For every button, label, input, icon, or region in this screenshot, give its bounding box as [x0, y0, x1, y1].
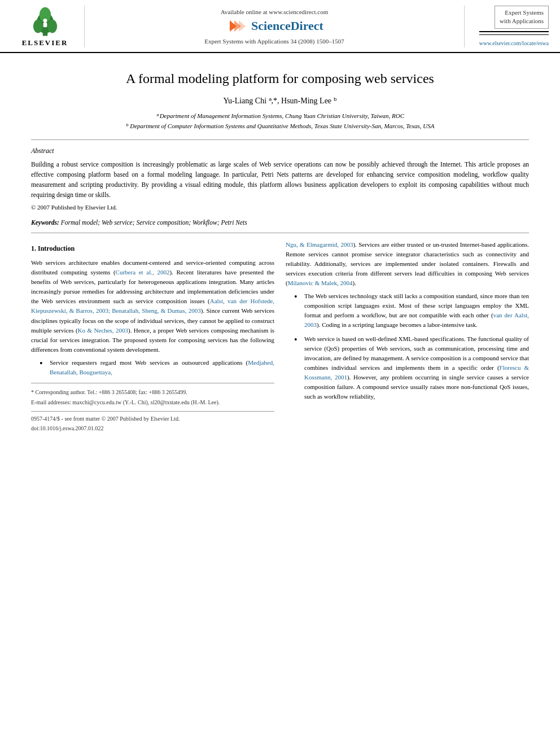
affiliations: ᵃ Department of Management Information S… — [31, 111, 529, 131]
sciencedirect-icon — [225, 18, 248, 34]
doi-line: doi:10.1016/j.eswa.2007.01.022 — [31, 424, 274, 433]
abstract-label: Abstract — [31, 147, 529, 155]
bullet-dot-1: • — [40, 358, 46, 377]
keywords-values: Formal model; Web service; Service compo… — [61, 219, 247, 226]
elsevier-logo-section: ELSEVIER — [11, 6, 85, 47]
left-para-1: Web services architecture enables docume… — [31, 258, 274, 354]
svg-point-3 — [47, 19, 57, 33]
abstract-text: Building a robust service composition is… — [31, 160, 529, 200]
affiliation-a: ᵃ Department of Management Information S… — [31, 111, 529, 121]
ref-curbera: Curbera et al., 2002 — [116, 269, 170, 276]
keywords-line: Keywords: Formal model; Web service; Ser… — [31, 219, 529, 226]
keywords-label: Keywords: — [31, 219, 59, 226]
bullet-item-1: • Service requesters regard most Web ser… — [40, 358, 274, 377]
author-names: Yu-Liang Chi ᵃ,*, Hsun-Ming Lee ᵇ — [223, 97, 336, 105]
left-footer: * Corresponding author. Tel.: +886 3 265… — [31, 383, 274, 407]
copyright-line: © 2007 Published by Elsevier Ltd. — [31, 204, 529, 211]
ref-ko: Ko & Neches, 2003 — [78, 327, 128, 334]
main-content: A formal modeling platform for composing… — [0, 53, 560, 444]
bullet-text-right-1: The Web services technology stack still … — [304, 291, 529, 330]
right-para-1: Ngu, & Elmagarmid, 2003). Services are e… — [286, 240, 529, 288]
bullet-dot-right-2: • — [294, 334, 301, 401]
sciencedirect-text: ScienceDirect — [251, 19, 323, 33]
ref-medjahed: Medjahed, Benatallah, Bouguettaya, — [50, 359, 274, 375]
page: ELSEVIER Available online at www.science… — [0, 0, 560, 747]
elsevier-tree-icon — [28, 6, 62, 37]
expert-systems-label: Expert Systemswith Applications — [500, 9, 544, 24]
elsevier-logo: ELSEVIER — [22, 6, 68, 47]
svg-point-5 — [43, 19, 47, 23]
issn-line: 0957-4174/$ - see front matter © 2007 Pu… — [31, 414, 274, 423]
header-center: Available online at www.sciencedirect.co… — [85, 6, 464, 47]
col-left: 1. Introduction Web services architectur… — [31, 240, 274, 433]
affiliation-b: ᵇ Department of Computer Information Sys… — [31, 121, 529, 132]
bullet-text-right-2: Web service is based on well-defined XML… — [304, 334, 529, 401]
ref-florescu: Florescu & Kossmann, 2001 — [304, 364, 529, 381]
corresponding-note: * Corresponding author. Tel.: +886 3 265… — [31, 388, 274, 396]
section-1-title: 1. Introduction — [31, 243, 274, 254]
divider-2 — [31, 233, 529, 233]
article-title: A formal modeling platform for composing… — [31, 70, 529, 88]
elsevier-text: ELSEVIER — [22, 38, 68, 47]
svg-rect-6 — [43, 22, 47, 27]
journal-url: www.elsevier.com/locate/eswa — [479, 40, 549, 46]
email-note: E-mail addresses: maxchi@cycu.edu.tw (Y.… — [31, 398, 274, 407]
available-online-text: Available online at www.sciencedirect.co… — [221, 8, 329, 15]
bullet-dot-right-1: • — [294, 291, 301, 330]
ref-vander-aalst: van der Aalst, 2003 — [304, 312, 529, 328]
abstract-section: Abstract Building a robust service compo… — [31, 147, 529, 210]
ref-milanovic: Milanovic & Malek, 2004 — [288, 279, 353, 286]
authors: Yu-Liang Chi ᵃ,*, Hsun-Ming Lee ᵇ — [31, 96, 529, 106]
journal-name-header: Expert Systems with Applications 34 (200… — [204, 38, 344, 45]
bullet-item-right-1: • The Web services technology stack stil… — [294, 291, 529, 330]
svg-point-2 — [33, 19, 42, 33]
divider-1 — [31, 139, 529, 140]
footer-bottom: 0957-4174/$ - see front matter © 2007 Pu… — [31, 411, 274, 433]
ref-aalst: Aalst, van der Hofstede, Kiepuszewski, &… — [31, 298, 274, 314]
header: ELSEVIER Available online at www.science… — [0, 0, 560, 53]
bullet-text-1: Service requesters regard most Web servi… — [50, 358, 274, 377]
two-column-body: 1. Introduction Web services architectur… — [31, 240, 529, 433]
ref-ngu: Ngu, & Elmagarmid, 2003 — [286, 241, 353, 248]
col-right: Ngu, & Elmagarmid, 2003). Services are e… — [286, 240, 529, 433]
bullet-item-right-2: • Web service is based on well-defined X… — [294, 334, 529, 401]
expert-systems-box: Expert Systemswith Applications — [495, 6, 549, 29]
sciencedirect-logo: ScienceDirect — [225, 18, 323, 34]
header-right: Expert Systemswith Applications www.else… — [464, 6, 549, 47]
article-title-section: A formal modeling platform for composing… — [31, 64, 529, 131]
bullet-list-left: • Service requesters regard most Web ser… — [40, 358, 274, 377]
svg-marker-9 — [239, 20, 246, 32]
bullet-list-right: • The Web services technology stack stil… — [294, 291, 529, 402]
